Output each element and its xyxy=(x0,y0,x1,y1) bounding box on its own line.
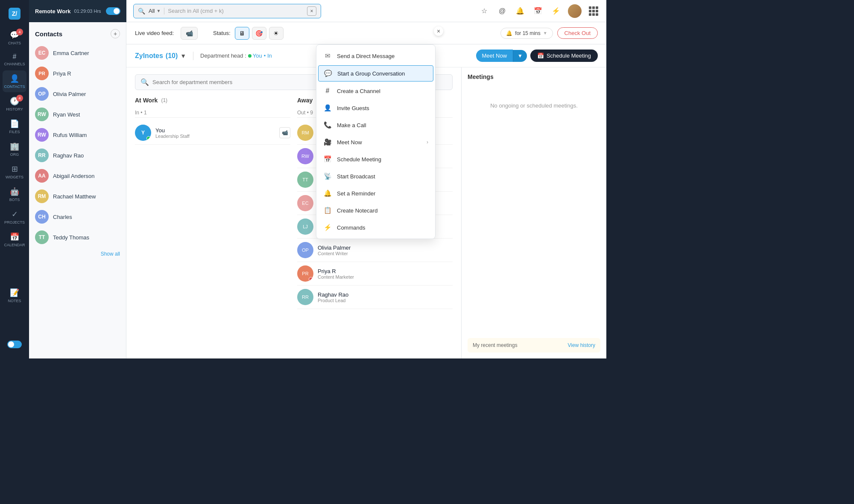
video-feed-button[interactable]: 📹 xyxy=(181,27,198,40)
meetings-panel: Meetings No ongoing or scheduled meeting… xyxy=(461,67,606,358)
checkout-button[interactable]: Check Out xyxy=(557,27,598,39)
contact-avatar-raghav: RR xyxy=(35,149,49,162)
contact-avatar-emma: EC xyxy=(35,46,49,60)
status-target-btn[interactable]: 🎯 xyxy=(252,27,266,40)
sidebar-item-widgets[interactable]: ⊞ WIDGETS xyxy=(3,161,26,183)
contact-teddy[interactable]: TT Teddy Thomas xyxy=(29,227,126,248)
projects-label: PROJECTS xyxy=(4,220,25,224)
meet-now-main-button[interactable]: Meet Now xyxy=(476,50,513,62)
calendar-topbar-icon[interactable]: 📅 xyxy=(532,5,544,17)
view-history-button[interactable]: View history xyxy=(568,342,595,348)
member-role-olivia: Content Writer xyxy=(318,251,351,256)
contact-olivia[interactable]: OP Olivia Palmer xyxy=(29,84,126,104)
member-info-you: You Leadership Staff xyxy=(155,127,190,139)
member-raghav[interactable]: RR Raghav Rao Product Lead xyxy=(297,286,453,309)
remind-button[interactable]: 🔔 for 15 mins ▼ xyxy=(500,28,553,39)
contact-name-olivia: Olivia Palmer xyxy=(53,91,86,97)
sidebar-item-bots[interactable]: 🤖 BOTS xyxy=(3,184,26,205)
member-you[interactable]: Y You Leadership Staff 📹 xyxy=(135,121,290,145)
contact-priya[interactable]: PR Priya R xyxy=(29,63,126,84)
notification-icon[interactable]: 🔔 xyxy=(514,5,526,17)
member-priya[interactable]: PR Priya R Content Marketer xyxy=(297,262,453,286)
chats-badge: 4 xyxy=(16,29,23,35)
contacts-title: Contacts xyxy=(35,30,62,38)
sidebar-item-org[interactable]: 🏢 ORG xyxy=(3,138,26,160)
menu-item-start-broadcast[interactable]: 📡 Start Broadcast xyxy=(316,168,435,185)
contacts-add-button[interactable]: + xyxy=(111,29,120,38)
contact-name-teddy: Teddy Thomas xyxy=(53,234,89,241)
schedule-meeting-button[interactable]: 📅 Schedule Meeting xyxy=(530,50,598,62)
meet-now-button[interactable]: Meet Now ▼ xyxy=(476,50,527,62)
sidebar-item-calendar[interactable]: 📅 CALENDAR xyxy=(3,229,26,251)
search-box[interactable]: 🔍 All ▼ Search in All (cmd + k) × xyxy=(133,4,321,18)
menu-item-make-call[interactable]: 📞 Make a Call xyxy=(316,117,435,134)
contact-avatar-teddy: TT xyxy=(35,230,49,244)
member-name-you: You xyxy=(155,127,190,134)
contact-raghav[interactable]: RR Raghav Rao xyxy=(29,145,126,166)
search-separator xyxy=(164,8,164,15)
contacts-header: Contacts + xyxy=(29,22,126,43)
menu-item-start-group[interactable]: 💬 Start a Group Conversation xyxy=(318,65,433,82)
set-reminder-label: Set a Reminder xyxy=(337,190,375,197)
menu-item-commands[interactable]: ⚡ Commands xyxy=(316,219,435,236)
projects-icon: ✓ xyxy=(12,210,18,219)
channel-name[interactable]: Zylnotes (10) ▼ xyxy=(135,52,186,60)
widgets-icon: ⊞ xyxy=(12,164,18,174)
search-close-button[interactable]: × xyxy=(307,6,316,16)
menu-item-set-reminder[interactable]: 🔔 Set a Reminder xyxy=(316,185,435,202)
contact-emma[interactable]: EC Emma Cartner xyxy=(29,43,126,63)
sidebar-item-channels[interactable]: # CHANNELS xyxy=(3,50,26,70)
contact-charles[interactable]: CH Charles xyxy=(29,207,126,227)
member-video-btn[interactable]: 📹 xyxy=(279,127,290,138)
set-reminder-icon: 🔔 xyxy=(323,189,332,198)
search-type-selector[interactable]: All ▼ xyxy=(149,8,161,14)
sidebar-item-chats[interactable]: 4 💬 CHATS xyxy=(3,27,26,49)
star-icon[interactable]: ☆ xyxy=(478,5,490,17)
meet-now-dropdown-button[interactable]: ▼ xyxy=(513,50,527,62)
lightning-icon[interactable]: ⚡ xyxy=(550,5,562,17)
workspace-toggle[interactable] xyxy=(106,7,120,15)
menu-item-send-direct[interactable]: ✉ Send a Direct Message xyxy=(316,47,435,64)
menu-item-invite-guests[interactable]: 👤 Invite Guests xyxy=(316,99,435,117)
mention-icon[interactable]: @ xyxy=(496,5,508,17)
show-all-button[interactable]: Show all xyxy=(29,248,126,260)
channel-dropdown-icon[interactable]: ▼ xyxy=(180,52,186,59)
menu-item-create-notecard[interactable]: 📋 Create Notecard xyxy=(316,202,435,219)
member-role-raghav: Product Lead xyxy=(318,298,348,303)
member-role-priya: Content Marketer xyxy=(318,274,354,280)
search-type-label: All xyxy=(149,8,155,14)
status-monitor-btn[interactable]: 🖥 xyxy=(235,27,249,40)
at-work-column: At Work (1) In • 1 Y You Leadership Staf… xyxy=(135,97,290,309)
sidebar-item-notes[interactable]: 📝 NOTES xyxy=(3,285,26,306)
sidebar-item-files[interactable]: 📄 FILES xyxy=(3,116,26,137)
member-olivia[interactable]: OP Olivia Palmer Content Writer xyxy=(297,239,453,262)
you-label: You xyxy=(253,52,262,59)
theme-toggle[interactable] xyxy=(7,341,22,348)
sidebar-item-projects[interactable]: ✓ PROJECTS xyxy=(3,206,26,228)
contact-name-ryan: Ryan West xyxy=(53,111,80,118)
contacts-icon: 👤 xyxy=(10,74,19,83)
no-meetings-text: No ongoing or scheduled meetings. xyxy=(468,102,600,109)
calendar-icon: 📅 xyxy=(10,232,19,242)
remind-dropdown[interactable]: ▼ xyxy=(543,31,547,35)
user-avatar[interactable] xyxy=(568,4,582,18)
at-work-status-line: In • 1 xyxy=(135,108,290,118)
contact-rachael[interactable]: RM Rachael Matthew xyxy=(29,186,126,207)
status-sun-btn[interactable]: ☀ xyxy=(269,27,284,40)
meetings-footer: My recent meetings View history xyxy=(468,338,600,353)
sidebar-item-contacts[interactable]: 👤 CONTACTS xyxy=(3,70,26,92)
contact-abigail[interactable]: AA Abigail Anderson xyxy=(29,166,126,186)
contact-rufus[interactable]: RW Rufus William xyxy=(29,125,126,145)
live-feed-bar: Live video feed: 📹 Status: 🖥 🎯 ☀ 🔔 for 1… xyxy=(126,22,606,44)
contact-ryan[interactable]: RW Ryan West xyxy=(29,104,126,125)
menu-item-schedule-meeting[interactable]: 📅 Schedule Meeting xyxy=(316,151,435,168)
grid-menu-icon[interactable] xyxy=(588,5,600,17)
menu-item-meet-now[interactable]: 🎥 Meet Now › xyxy=(316,134,435,151)
dropdown-close-button[interactable]: × xyxy=(434,26,443,36)
menu-item-create-channel[interactable]: # Create a Channel xyxy=(316,82,435,99)
recent-meetings-label: My recent meetings xyxy=(473,342,518,348)
at-work-label: At Work xyxy=(135,97,158,104)
member-avatar-you: Y xyxy=(135,125,151,141)
sidebar-item-history[interactable]: 4 🕐 HISTORY xyxy=(3,93,26,115)
search-input[interactable]: Search in All (cmd + k) xyxy=(168,8,304,14)
